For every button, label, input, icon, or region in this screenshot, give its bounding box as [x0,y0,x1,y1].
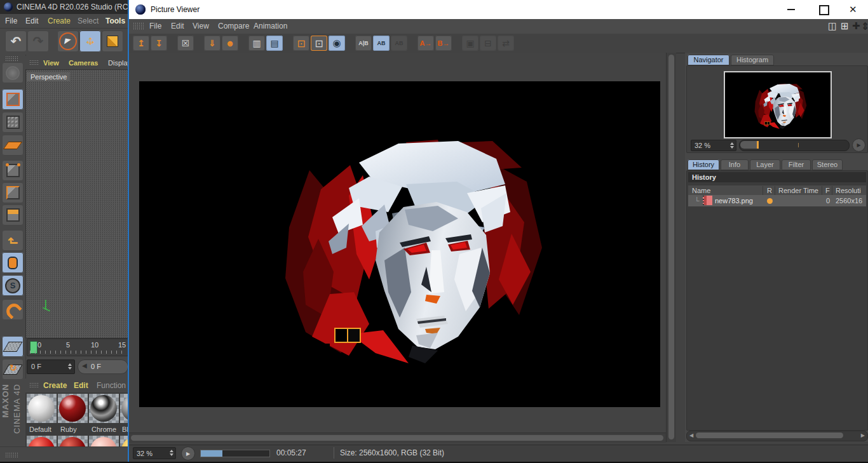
view-a-button[interactable]: ⊡ [293,36,309,51]
col-resolution[interactable]: Resoluti [836,185,861,196]
viewport-camera-label[interactable]: Perspective [27,72,70,81]
tab-histogram[interactable]: Histogram [731,55,774,65]
pv-canvas-vscroll-thumb[interactable] [668,55,674,440]
materials-grip[interactable] [29,382,39,388]
ab-overlay-button[interactable]: ▣ [462,36,478,51]
pv-pan-window-icon[interactable]: ✚ [852,20,860,32]
set-as-b-button[interactable]: B→ [435,36,452,51]
points-mode-button[interactable] [2,160,24,181]
pv-menu-compare[interactable]: Compare [218,19,249,33]
pv-canvas-vscrollbar[interactable] [666,53,676,442]
navigator-zoom-field[interactable]: 32 % [691,140,736,151]
pv-menu-file[interactable]: File [149,19,161,33]
bottom-grip[interactable] [5,452,19,458]
ab-compare-button[interactable]: AB [373,36,390,51]
snap-button[interactable]: S [2,275,24,296]
render-movie-button[interactable]: ☒ [177,36,194,51]
history-hscroll-left[interactable]: ◀ [689,433,693,438]
frame-slider-pill[interactable]: ◀ 0 F [78,359,128,374]
frame-field-stepper[interactable] [66,363,73,370]
pv-maximize-button[interactable] [819,5,829,15]
menu-file[interactable]: File [5,14,17,28]
edges-mode-button[interactable] [2,182,24,203]
ab-swap-button[interactable]: ⇄ [498,36,514,51]
viewport-menu-view[interactable]: View [43,56,59,70]
navigator-zoom-stepper[interactable] [728,142,735,149]
pv-menubar-grip[interactable] [133,22,144,30]
person-down-button[interactable]: ☻ [222,36,238,51]
model-mode-button[interactable] [2,89,24,110]
col-f[interactable]: F [825,185,830,196]
pv-canvas-hscroll-thumb[interactable] [131,435,663,441]
ab-difference-button[interactable]: ⊟ [480,36,496,51]
materials-menu-function[interactable]: Function [97,379,126,393]
pv-menu-animation[interactable]: Animation [254,19,287,33]
status-zoom-stepper[interactable] [168,449,175,457]
material-row2-red[interactable] [27,436,57,446]
history-row[interactable]: └ new783.png 0 2560x16 [688,195,866,206]
navigator-zoom-slider[interactable] [739,140,850,151]
view-full-button[interactable]: ◉ [329,36,345,51]
materials-menu-create[interactable]: Create [43,379,67,393]
workplane-rotate-button[interactable]: ↻ [2,359,24,380]
texture-mode-button[interactable] [2,112,24,133]
material-chrome-preview[interactable] [89,394,119,423]
tab-layer[interactable]: Layer [750,159,780,170]
viewport-interaction-button[interactable] [2,252,24,273]
delete-image-button[interactable]: ▥ [248,36,265,51]
pv-menu-view[interactable]: View [193,19,209,33]
undo-button[interactable]: ↶ [5,30,27,52]
redo-button[interactable]: ↷ [27,30,49,52]
rendered-image[interactable] [139,81,660,407]
magnet-tool-button[interactable] [2,299,24,320]
frame-slider-arrow[interactable]: ◀ [82,362,87,369]
material-ruby-preview[interactable] [58,394,88,423]
navigator-zoom-slider-thumb[interactable] [740,141,757,149]
tab-stereo[interactable]: Stereo [812,159,843,170]
history-hscroll-thumb[interactable] [696,433,843,438]
tab-navigator[interactable]: Navigator [688,55,729,65]
viewport-canvas[interactable]: Perspective [25,69,130,339]
image-manager-button[interactable]: ▤ [266,36,283,51]
polygons-mode-button[interactable] [2,205,24,225]
pv-menu-edit[interactable]: Edit [171,19,184,33]
viewport-menu-cameras[interactable]: Cameras [69,56,98,70]
materials-menu-edit[interactable]: Edit [74,379,88,393]
history-hscroll-right[interactable]: ▶ [861,433,865,438]
material-row2-pink[interactable] [89,436,119,446]
palette-grip[interactable] [5,56,19,61]
pv-minimize-button[interactable] [787,9,795,10]
col-rendertime[interactable]: Render Time [778,185,818,196]
menu-create[interactable]: Create [48,14,71,28]
col-name[interactable]: Name [692,185,710,196]
status-play-button[interactable]: ▶ [181,446,195,460]
tab-filter[interactable]: Filter [782,159,811,170]
navigator-thumbnail[interactable] [724,71,832,138]
move-image-down-button[interactable]: ⇓ [204,36,220,51]
pv-resize-window-icon[interactable]: ⇕ [861,20,868,32]
viewport-grip[interactable] [29,60,39,65]
workplane-lock-button[interactable] [2,336,24,357]
open-image-button[interactable]: ↥ [133,36,149,51]
tab-info[interactable]: Info [721,159,749,170]
material-default-preview[interactable] [27,394,57,423]
ab-split-button[interactable]: A|B [355,36,372,51]
status-zoom-field[interactable]: 32 % [133,447,176,459]
workplane-mode-button[interactable] [2,135,24,156]
col-r[interactable]: R [767,185,772,196]
navigator-more-button[interactable]: ▶ [852,138,865,152]
live-selection-button[interactable]: ◤ [57,30,79,52]
material-row2-darkred[interactable] [58,436,88,446]
history-hscrollbar[interactable]: ◀ ▶ [686,431,868,441]
menu-edit[interactable]: Edit [25,14,39,28]
pv-close-button[interactable]: ✕ [849,0,857,19]
move-tool-button[interactable]: ↔ ↕ [79,30,101,52]
menu-select[interactable]: Select [78,14,98,28]
pv-canvas-hscrollbar[interactable] [129,433,666,443]
pv-dock-plus-icon[interactable]: ⊞ [841,20,849,32]
view-b-button[interactable]: ⊡ [311,36,327,51]
frame-field[interactable]: 0 F [27,359,75,374]
pv-canvas[interactable] [129,53,666,433]
ab-compare-alt-button[interactable]: AB [391,36,407,51]
pv-titlebar[interactable]: Picture Viewer ✕ [129,0,868,19]
